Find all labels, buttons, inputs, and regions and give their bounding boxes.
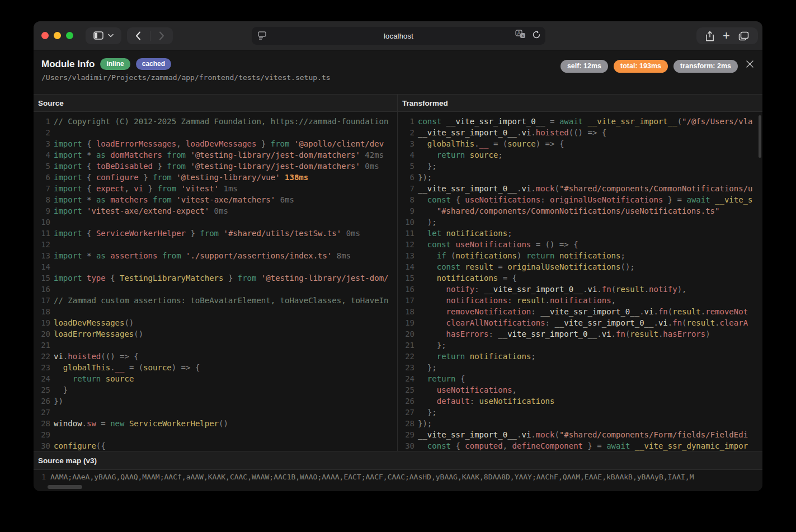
code-line: 1const __vite_ssr_import_0__ = await __v…	[398, 116, 762, 127]
minimize-window-button[interactable]	[54, 32, 61, 39]
address-bar[interactable]: localhost Ax	[252, 27, 545, 45]
code-line: 11 let notifications;	[398, 228, 762, 239]
source-code-view: 1// Copyright (C) 2012-2025 Zammad Found…	[34, 112, 397, 451]
sourcemap-line-number: 1	[34, 473, 46, 481]
code-line: 21 };	[398, 340, 762, 351]
code-line: 28});	[398, 418, 762, 429]
code-line: 22vi.hoisted(() => {	[34, 351, 397, 362]
svg-text:A: A	[517, 31, 521, 36]
new-tab-button[interactable]: +	[723, 31, 730, 41]
code-line: 10	[34, 216, 397, 228]
code-line: 4 return source;	[398, 149, 762, 161]
browser-window: localhost Ax + Module Info inline	[34, 21, 762, 491]
code-line: 1// Copyright (C) 2012-2025 Zammad Found…	[34, 116, 397, 127]
code-line: 7__vite_ssr_import_0__.vi.mock("#shared/…	[398, 183, 762, 194]
total-time-badge: total: 193ms	[614, 60, 668, 73]
code-line: 8import * as matchers from 'vitest-axe/m…	[34, 194, 397, 205]
back-icon	[135, 31, 141, 40]
code-line: 27 };	[398, 407, 762, 418]
code-line: 5 };	[398, 161, 762, 172]
code-line: 18	[34, 306, 397, 317]
code-line: 14	[34, 261, 397, 272]
code-line: 26 default: useNotifications	[398, 396, 762, 407]
code-line: 7import { expect, vi } from 'vitest' 1ms	[34, 183, 397, 194]
code-line: 17 notifications: result.notifications,	[398, 295, 762, 306]
code-line: 17// Zammad custom assertions: toBeAvata…	[34, 295, 397, 306]
code-line: 22 return notifications;	[398, 351, 762, 362]
code-line: 8 const { useNotifications: originalUseN…	[398, 194, 762, 205]
url-text: localhost	[252, 32, 545, 40]
sourcemap-header: Source map (v3)	[34, 451, 762, 470]
code-line: 30configure({	[34, 440, 397, 451]
zoom-window-button[interactable]	[66, 32, 73, 39]
code-line: 12 const useNotifications = () => {	[398, 239, 762, 250]
reload-icon[interactable]	[532, 30, 541, 39]
code-line: 6});	[398, 172, 762, 183]
code-line: 20loadErrorMessages()	[34, 328, 397, 340]
code-line: 20 hasErrors: __vite_ssr_import_0__.vi.f…	[398, 328, 762, 340]
code-line: 25 useNotifications,	[398, 384, 762, 396]
back-button[interactable]	[127, 27, 150, 44]
share-button[interactable]	[705, 31, 714, 41]
code-line: 19 clearAllNotifications: __vite_ssr_imp…	[398, 317, 762, 328]
code-line: 19loadDevMessages()	[34, 317, 397, 328]
sourcemap-view: 1 AAMA;AAeA,yBAAG,QAAQ,MAAM;AACf,aAAW,KA…	[34, 470, 762, 491]
code-line: 24 return {	[398, 373, 762, 384]
code-line: 13import * as assertions from './support…	[34, 250, 397, 261]
code-line: 27	[34, 407, 397, 418]
code-line: 25 }	[34, 384, 397, 396]
code-line: 9import 'vitest-axe/extend-expect' 0ms	[34, 205, 397, 216]
code-line: 12	[34, 239, 397, 250]
source-panel-header: Source	[34, 94, 397, 112]
code-line: 28window.sw = new ServiceWorkerHelper()	[34, 418, 397, 429]
code-line: 6import { configure } from '@testing-lib…	[34, 172, 397, 183]
code-line: 5import { toBeDisabled } from '@testing-…	[34, 161, 397, 172]
module-info-header: Module Info inline cached /Users/vladimi…	[34, 50, 762, 94]
code-line: 10 );	[398, 216, 762, 228]
toolbar-right-buttons: +	[696, 27, 758, 44]
timing-badges: self: 12ms total: 193ms transform: 2ms	[561, 60, 738, 73]
horizontal-scrollbar[interactable]	[48, 485, 82, 489]
code-line: 23 globalThis.__ = (source) => {	[34, 362, 397, 373]
inline-badge: inline	[100, 58, 130, 70]
code-line: 14 const result = originalUseNotificatio…	[398, 261, 762, 272]
translate-icon[interactable]: Ax	[515, 30, 526, 39]
vertical-scrollbar[interactable]	[759, 115, 761, 158]
transformed-panel-header: Transformed	[398, 94, 762, 112]
forward-icon	[159, 31, 164, 40]
svg-text:x: x	[521, 34, 524, 38]
transform-time-badge: transform: 2ms	[673, 60, 738, 73]
code-line: 15import type { TestingLibraryMatchers }…	[34, 272, 397, 284]
code-line: 16	[34, 284, 397, 295]
close-window-button[interactable]	[41, 32, 49, 39]
code-line: 18 removeNotification: __vite_ssr_import…	[398, 306, 762, 317]
sidebar-icon	[93, 31, 103, 40]
code-line: 23 };	[398, 362, 762, 373]
chevron-down-icon	[108, 34, 114, 37]
code-panels: Source Transformed 1// Copyright (C) 201…	[34, 94, 762, 451]
cached-badge: cached	[136, 58, 171, 70]
code-line: 16 notify: __vite_ssr_import_0__.vi.fn(r…	[398, 284, 762, 295]
code-line: 15 notifications = {	[398, 272, 762, 284]
code-line: 24 return source	[34, 373, 397, 384]
code-line: 13 if (notifications) return notificatio…	[398, 250, 762, 261]
sourcemap-line: 1 AAMA;AAeA,yBAAG,QAAQ,MAAM;AACf,aAAW,KA…	[34, 470, 762, 481]
close-panel-button[interactable]	[743, 58, 756, 70]
browser-toolbar: localhost Ax +	[34, 21, 762, 50]
page-title: Module Info	[41, 59, 95, 70]
code-line: 26})	[34, 396, 397, 407]
code-line: 29__vite_ssr_import_0__.vi.mock("#shared…	[398, 429, 762, 440]
code-line: 11import { ServiceWorkerHelper } from '#…	[34, 228, 397, 239]
forward-button[interactable]	[150, 27, 173, 44]
code-line: 29	[34, 429, 397, 440]
code-line: 30 const { computed, defineComponent } =…	[398, 440, 762, 451]
sidebar-toggle-button[interactable]	[86, 27, 121, 44]
tab-overview-button[interactable]	[738, 31, 749, 41]
close-icon	[746, 60, 754, 68]
code-line: 3import { loadErrorMessages, loadDevMess…	[34, 138, 397, 149]
traffic-lights	[41, 32, 73, 39]
code-line: 9 "#shared/components/CommonNotification…	[398, 205, 762, 216]
code-line: 21	[34, 340, 397, 351]
sourcemap-mappings: AAMA;AAeA,yBAAG,QAAQ,MAAM;AACf,aAAW,KAAK…	[46, 473, 694, 481]
code-line: 2__vite_ssr_import_0__.vi.hoisted(() => …	[398, 127, 762, 138]
